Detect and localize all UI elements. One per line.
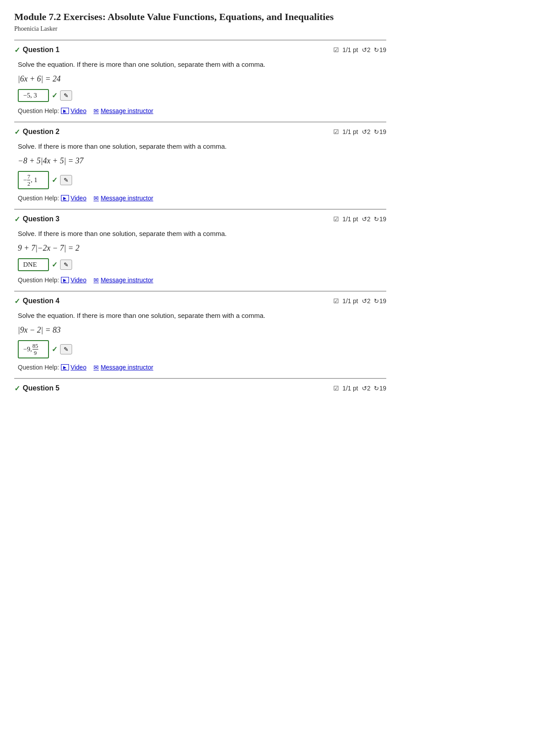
question-block-5: ✓ Question 5 ☑ 1/1 pt ↺2 ↻19 [14, 378, 386, 393]
question-3-points: 1/1 pt [343, 215, 358, 223]
question-3-header: ✓ Question 3 ☑ 1/1 pt ↺2 ↻19 [14, 215, 386, 224]
question-4-help-label: Question Help: [18, 364, 59, 371]
question-4-attempts: ↻19 [374, 297, 386, 305]
question-1-message-link[interactable]: ✉ Message instructor [93, 107, 153, 114]
video-icon-3: ▶ [61, 277, 69, 283]
question-1-help: Question Help: ▶ Video ✉ Message instruc… [18, 107, 383, 114]
video-icon-4: ▶ [61, 364, 69, 370]
question-4-label: ✓ Question 4 [14, 297, 60, 305]
question-4-answer-row: −9, 859 ✓ ✎ [18, 340, 383, 358]
question-4-prompt: Solve the equation. If there is more tha… [18, 312, 383, 319]
question-1-points: 1/1 pt [343, 46, 358, 53]
question-3-attempts: ↻19 [374, 215, 386, 223]
question-3-help: Question Help: ▶ Video ✉ Message instruc… [18, 276, 383, 284]
question-4-help: Question Help: ▶ Video ✉ Message instruc… [18, 364, 383, 371]
checkbox-icon-2: ☑ [333, 128, 339, 135]
question-5-retries: ↺2 [362, 385, 371, 392]
question-1-video-label: Video [71, 107, 87, 114]
question-4-equation: |9x − 2| = 83 [18, 325, 383, 335]
question-2-label: ✓ Question 2 [14, 128, 60, 136]
question-5-meta: ☑ 1/1 pt ↺2 ↻19 [333, 385, 386, 392]
question-2-points: 1/1 pt [343, 128, 358, 135]
mail-icon-3: ✉ [93, 276, 99, 284]
question-1-header: ✓ Question 1 ☑ 1/1 pt ↺2 ↻19 [14, 46, 386, 54]
question-4-points: 1/1 pt [343, 297, 358, 305]
question-3-equation: 9 + 7|−2x − 7| = 2 [18, 244, 383, 253]
check-icon-3: ✓ [14, 215, 20, 224]
question-3-title: Question 3 [23, 215, 60, 223]
question-3-message-link[interactable]: ✉ Message instructor [93, 276, 153, 284]
question-4-pencil-btn[interactable]: ✎ [60, 344, 72, 354]
question-2-pencil-btn[interactable]: ✎ [60, 175, 72, 185]
question-2-help-label: Question Help: [18, 195, 59, 202]
mail-icon-1: ✉ [93, 107, 99, 114]
question-1-meta: ☑ 1/1 pt ↺2 ↻19 [333, 46, 386, 53]
question-1-title: Question 1 [23, 46, 60, 54]
question-2-retries: ↺2 [362, 128, 371, 135]
checkbox-icon-4: ☑ [333, 297, 339, 305]
check-icon-2: ✓ [14, 128, 20, 136]
question-4-message-link[interactable]: ✉ Message instructor [93, 364, 153, 371]
question-1-answer-row: −5, 3 ✓ ✎ [18, 89, 383, 102]
video-icon-2: ▶ [61, 195, 69, 201]
question-block-1: ✓ Question 1 ☑ 1/1 pt ↺2 ↻19 Solve the e… [14, 40, 386, 122]
question-1-answer-box: −5, 3 [18, 89, 49, 102]
question-2-meta: ☑ 1/1 pt ↺2 ↻19 [333, 128, 386, 135]
question-3-message-label: Message instructor [101, 276, 153, 284]
video-icon-1: ▶ [61, 108, 69, 114]
mail-icon-4: ✉ [93, 364, 99, 371]
question-2-answer-box: −72, 1 [18, 171, 49, 189]
question-1-message-label: Message instructor [101, 107, 153, 114]
question-4-meta: ☑ 1/1 pt ↺2 ↻19 [333, 297, 386, 305]
question-4-message-label: Message instructor [101, 364, 153, 371]
question-2-prompt: Solve. If there is more than one solutio… [18, 142, 383, 150]
check-icon-5: ✓ [14, 384, 20, 393]
checkbox-icon-5: ☑ [333, 385, 339, 392]
question-1-help-label: Question Help: [18, 107, 59, 114]
question-1-check: ✓ [52, 91, 57, 100]
question-3-pencil-btn[interactable]: ✎ [60, 260, 72, 270]
author: Phoenicia Lasker [14, 25, 386, 33]
question-2-attempts: ↻19 [374, 128, 386, 135]
question-3-prompt: Solve. If there is more than one solutio… [18, 230, 383, 237]
question-5-header: ✓ Question 5 ☑ 1/1 pt ↺2 ↻19 [14, 384, 386, 393]
question-1-body: Solve the equation. If there is more tha… [14, 61, 386, 122]
question-1-video-link[interactable]: ▶ Video [61, 107, 87, 114]
question-4-answer-box: −9, 859 [18, 340, 49, 358]
question-2-header: ✓ Question 2 ☑ 1/1 pt ↺2 ↻19 [14, 128, 386, 136]
question-block-2: ✓ Question 2 ☑ 1/1 pt ↺2 ↻19 Solve. If t… [14, 122, 386, 209]
question-5-label: ✓ Question 5 [14, 384, 60, 393]
question-2-title: Question 2 [23, 128, 60, 136]
question-2-video-label: Video [71, 195, 87, 202]
question-block-3: ✓ Question 3 ☑ 1/1 pt ↺2 ↻19 Solve. If t… [14, 209, 386, 291]
question-1-pencil-btn[interactable]: ✎ [60, 90, 72, 101]
checkbox-icon-3: ☑ [333, 215, 339, 223]
question-3-label: ✓ Question 3 [14, 215, 60, 224]
question-2-message-link[interactable]: ✉ Message instructor [93, 195, 153, 202]
check-icon-1: ✓ [14, 46, 20, 54]
question-4-header: ✓ Question 4 ☑ 1/1 pt ↺2 ↻19 [14, 297, 386, 305]
question-2-help: Question Help: ▶ Video ✉ Message instruc… [18, 195, 383, 202]
question-3-video-link[interactable]: ▶ Video [61, 276, 87, 284]
question-4-title: Question 4 [23, 297, 60, 305]
question-2-video-link[interactable]: ▶ Video [61, 195, 87, 202]
question-4-video-link[interactable]: ▶ Video [61, 364, 87, 371]
page-title: Module 7.2 Exercises: Absolute Value Fun… [14, 11, 386, 24]
question-5-points: 1/1 pt [343, 385, 358, 392]
question-2-message-label: Message instructor [101, 195, 153, 202]
question-2-body: Solve. If there is more than one solutio… [14, 142, 386, 209]
question-1-prompt: Solve the equation. If there is more tha… [18, 61, 383, 68]
question-3-body: Solve. If there is more than one solutio… [14, 230, 386, 291]
question-2-equation: −8 + 5|4x + 5| = 37 [18, 156, 383, 166]
question-1-equation: |6x + 6| = 24 [18, 74, 383, 84]
question-3-check: ✓ [52, 260, 57, 269]
question-1-retries: ↺2 [362, 46, 371, 53]
question-4-body: Solve the equation. If there is more tha… [14, 312, 386, 378]
question-3-meta: ☑ 1/1 pt ↺2 ↻19 [333, 215, 386, 223]
question-3-answer-box: DNE [18, 258, 49, 271]
question-3-help-label: Question Help: [18, 276, 59, 284]
question-3-answer-row: DNE ✓ ✎ [18, 258, 383, 271]
question-5-title: Question 5 [23, 384, 60, 392]
question-3-video-label: Video [71, 276, 87, 284]
checkbox-icon-1: ☑ [333, 46, 339, 53]
